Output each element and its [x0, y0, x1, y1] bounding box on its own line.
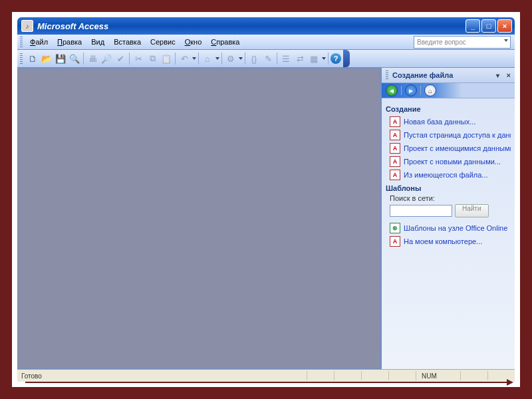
task-pane-grip[interactable]: [386, 70, 388, 80]
chevron-down-icon: [504, 39, 508, 42]
cut-icon[interactable]: ✂: [132, 52, 145, 65]
new-object-dropdown[interactable]: [321, 52, 326, 65]
link-project-new-label: Проект с новыми данными...: [404, 158, 501, 166]
decorative-arrow-line: [25, 382, 508, 383]
task-pane-menu-icon[interactable]: ▾: [496, 72, 503, 79]
office-links-dropdown[interactable]: [215, 52, 219, 65]
menu-view[interactable]: Вид: [86, 37, 109, 47]
search-online-button[interactable]: Найти: [455, 204, 489, 217]
new-icon[interactable]: 🗋: [26, 52, 39, 65]
properties-icon[interactable]: ☰: [279, 52, 293, 65]
script-icon[interactable]: ✎: [261, 52, 275, 65]
access-file-icon: A: [390, 156, 400, 167]
menu-edit-label: равка: [63, 38, 82, 46]
print-preview-icon[interactable]: 🔎: [100, 52, 113, 65]
access-file-icon: A: [390, 116, 400, 127]
workspace-area: [17, 68, 381, 369]
menu-window-label: кно: [190, 38, 201, 46]
toolbar-separator: [198, 53, 199, 65]
menu-help[interactable]: Справка: [206, 37, 244, 47]
analyze-icon[interactable]: ⚙: [224, 52, 237, 65]
menubar-grip[interactable]: [20, 37, 23, 47]
access-file-icon: A: [390, 170, 400, 180]
web-icon: ⊛: [390, 223, 400, 233]
toolbar-separator: [175, 53, 176, 65]
access-file-icon: A: [390, 236, 400, 247]
menu-tools[interactable]: Сервис: [146, 37, 180, 47]
link-project-existing-data[interactable]: A Проект с имеющимися данными...: [386, 142, 511, 155]
open-icon[interactable]: 📂: [40, 52, 53, 65]
undo-dropdown[interactable]: [192, 52, 196, 65]
toolbar-separator: [277, 53, 277, 65]
status-cell: [388, 371, 416, 380]
menu-file-label: айл: [35, 38, 48, 46]
task-pane-nav: ◄ ► ⌂: [382, 83, 515, 98]
link-project-new-data[interactable]: A Проект с новыми данными...: [386, 155, 511, 168]
link-blank-data-page[interactable]: A Пустая страница доступа к данным: [386, 128, 511, 142]
search-online-label: Поиск в сети:: [386, 194, 511, 202]
link-templates-online-label: Шаблоны на узле Office Online: [404, 224, 507, 232]
link-new-database-label: Новая база данных...: [404, 118, 475, 126]
toolbar-separator: [221, 53, 222, 65]
toolbar-separator: [328, 53, 329, 65]
section-create-title: Создание: [386, 105, 511, 113]
link-project-existing-label: Проект с имеющимися данными...: [404, 144, 511, 152]
maximize-button[interactable]: □: [481, 19, 496, 33]
nav-home-icon[interactable]: ⌂: [424, 84, 436, 96]
help-question-placeholder: Введите вопрос: [417, 39, 466, 46]
menu-tools-label: Сервис: [150, 38, 176, 46]
menu-window[interactable]: Окно: [180, 37, 207, 47]
app-title: Microsoft Access: [37, 21, 466, 31]
task-pane: Создание файла ▾ × ◄ ► ⌂ Создание A: [381, 68, 515, 369]
menu-file[interactable]: Файл: [25, 37, 53, 47]
help-question-box[interactable]: Введите вопрос: [414, 36, 511, 49]
nav-separator: [401, 86, 402, 95]
search-file-icon[interactable]: 🔍: [68, 52, 81, 65]
menu-view-label: Вид: [91, 38, 104, 46]
relationships-icon[interactable]: ⇄: [293, 52, 307, 65]
menu-help-label: правка: [216, 38, 239, 46]
statusbar: Готово NUM: [17, 369, 515, 382]
toolbar: 🗋 📂 💾 🔍 🖶 🔎 ✔ ✂ ⧉ 📋 ↶ ⌂ ⚙ {} ✎ ☰: [17, 50, 515, 68]
app-icon: ♪: [21, 20, 33, 32]
link-from-file-label: Из имеющегося файла...: [404, 171, 488, 179]
toolbar-separator: [245, 53, 245, 65]
new-object-icon[interactable]: ▦: [307, 52, 321, 65]
decorative-arrow-head: [507, 379, 513, 386]
toolbar-overflow[interactable]: [343, 50, 350, 67]
link-from-existing-file[interactable]: A Из имеющегося файла...: [386, 168, 511, 182]
minimize-button[interactable]: _: [466, 19, 480, 33]
print-icon[interactable]: 🖶: [86, 52, 99, 65]
menu-edit[interactable]: Правка: [53, 37, 86, 47]
status-num: NUM: [416, 371, 460, 380]
link-new-database[interactable]: A Новая база данных...: [386, 115, 511, 128]
undo-icon[interactable]: ↶: [178, 52, 191, 65]
search-button-label: Найти: [462, 205, 481, 212]
nav-back-icon[interactable]: ◄: [386, 84, 398, 96]
paste-icon[interactable]: 📋: [160, 52, 173, 65]
task-pane-close-icon[interactable]: ×: [507, 71, 511, 79]
status-cell: [307, 371, 334, 380]
link-blank-data-page-label: Пустая страница доступа к данным: [404, 131, 511, 139]
help-icon[interactable]: ?: [331, 53, 341, 64]
toolbar-separator: [83, 53, 84, 65]
section-templates-title: Шаблоны: [386, 184, 511, 192]
status-cell: [361, 371, 388, 380]
code-icon[interactable]: {}: [247, 52, 261, 65]
close-button[interactable]: ×: [497, 19, 512, 33]
copy-icon[interactable]: ⧉: [146, 52, 159, 65]
link-templates-online[interactable]: ⊛ Шаблоны на узле Office Online: [386, 221, 511, 235]
office-links-icon[interactable]: ⌂: [201, 52, 214, 65]
analyze-dropdown[interactable]: [238, 52, 243, 65]
save-icon[interactable]: 💾: [54, 52, 67, 65]
toolbar-separator: [129, 53, 130, 65]
nav-forward-icon[interactable]: ►: [405, 84, 417, 96]
menu-insert-label: Вставка: [114, 38, 141, 46]
spelling-icon[interactable]: ✔: [114, 52, 127, 65]
link-templates-local-label: На моем компьютере...: [404, 237, 482, 245]
link-templates-local[interactable]: A На моем компьютере...: [386, 235, 511, 248]
menu-insert[interactable]: Вставка: [109, 37, 146, 47]
titlebar: ♪ Microsoft Access _ □ ×: [17, 17, 515, 35]
toolbar-grip[interactable]: [20, 53, 23, 64]
search-online-input[interactable]: [390, 205, 452, 217]
